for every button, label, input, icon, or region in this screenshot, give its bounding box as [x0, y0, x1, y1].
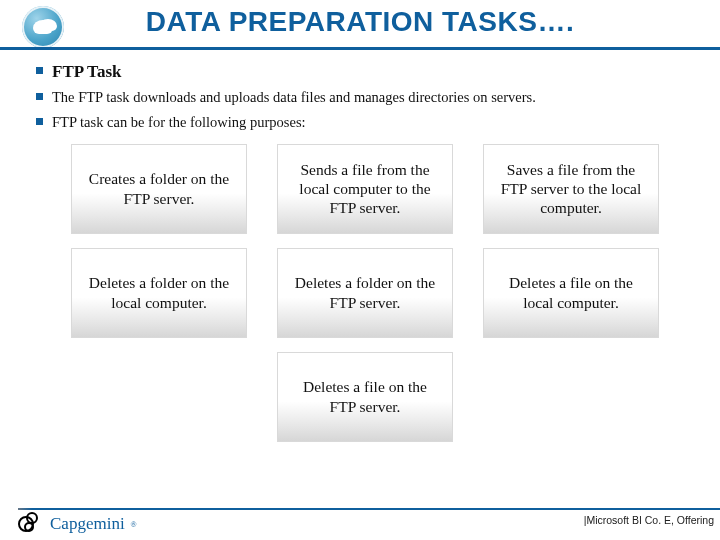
task-card: Deletes a folder on the local computer.: [71, 248, 247, 338]
card-row: Creates a folder on the FTP server. Send…: [71, 144, 659, 234]
card-row: Deletes a file on the FTP server.: [277, 352, 453, 442]
section-heading: FTP Task: [34, 62, 696, 82]
footer-rule: [18, 508, 720, 510]
content-area: FTP Task The FTP task downloads and uplo…: [34, 62, 696, 442]
brand-name: Capgemini: [50, 514, 125, 534]
task-card: Deletes a file on the FTP server.: [277, 352, 453, 442]
footer-brand: Capgemini®: [18, 512, 137, 536]
task-card: Saves a file from the FTP server to the …: [483, 144, 659, 234]
page-title: DATA PREPARATION TASKS….: [0, 6, 720, 38]
bullet-item: FTP task can be for the following purpos…: [34, 113, 696, 132]
task-card: Deletes a folder on the FTP server.: [277, 248, 453, 338]
footer-attribution: |Microsoft BI Co. E, Offering: [584, 514, 714, 526]
task-card: Deletes a file on the local computer.: [483, 248, 659, 338]
registered-icon: ®: [131, 520, 137, 529]
header-rule: [0, 47, 76, 50]
task-card: Sends a file from the local computer to …: [277, 144, 453, 234]
card-row: Deletes a folder on the local computer. …: [71, 248, 659, 338]
bullet-item: The FTP task downloads and uploads data …: [34, 88, 696, 107]
header-rule: [76, 47, 720, 50]
card-grid: Creates a folder on the FTP server. Send…: [34, 144, 696, 442]
task-card: Creates a folder on the FTP server.: [71, 144, 247, 234]
brand-logo-icon: [18, 512, 44, 536]
